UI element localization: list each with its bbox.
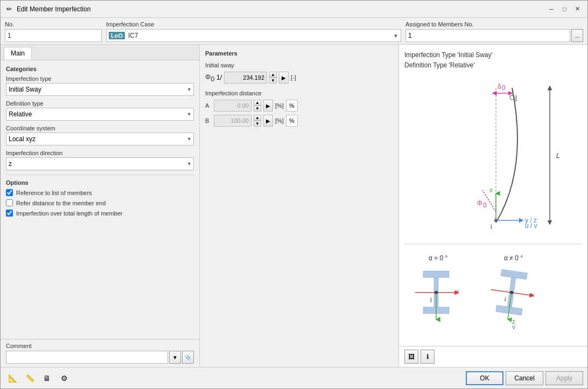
imp-type-group: Imperfection type Initial Sway [6, 75, 194, 96]
phi-arrow-button[interactable]: ▶ [279, 72, 289, 84]
imp-case-dropdown[interactable]: LoO IC7 ▼ [106, 29, 401, 42]
bottom-bar: 📐 📏 🖥 ⚙ OK Cancel Apply [1, 367, 587, 388]
right-panel: Imperfection Type 'Initial Sway' Definit… [399, 45, 587, 367]
dir-group: Imperfection direction z [6, 150, 194, 170]
imp-type-label: Imperfection type [6, 75, 194, 82]
dir-select-wrapper: z [6, 157, 194, 170]
dist-b-spin-up[interactable]: ▲ [254, 115, 261, 121]
left-panel: Main Categories Imperfection type Initia… [1, 45, 200, 367]
svg-text:i: i [504, 295, 507, 303]
def-type-select-wrapper: Relative [6, 108, 194, 121]
cb1-checkbox[interactable] [6, 189, 13, 196]
settings-icon-button[interactable]: ⚙ [57, 371, 72, 386]
comment-dropdown-button[interactable]: ▼ [169, 351, 181, 364]
window-controls: ─ □ ✕ [545, 3, 583, 15]
dist-a-arrow-button[interactable]: ▶ [263, 100, 273, 112]
dist-b-unit: [%] [275, 117, 284, 124]
coord-select-wrapper: Local xyz [6, 133, 194, 145]
phi-spin-down[interactable]: ▼ [269, 78, 277, 84]
cb3-label: Imperfection over total length of member [16, 210, 122, 217]
dist-a-spin-up[interactable]: ▲ [254, 100, 261, 106]
dist-a-spin-buttons: ▲ ▼ [254, 100, 261, 112]
phi-row: Φ0 1/ ▲ ▼ ▶ [-] [205, 72, 393, 84]
cb3-row: Imperfection over total length of member [6, 210, 194, 217]
diagram-bottom: 🖼 ℹ [399, 346, 587, 367]
dir-label: Imperfection direction [6, 150, 194, 156]
phi-spin-up[interactable]: ▲ [269, 72, 277, 78]
window-title: Edit Member Imperfection [17, 5, 545, 13]
dist-a-row: A ▲ ▼ ▶ [%] % [205, 100, 393, 112]
dist-a-spin-down[interactable]: ▼ [254, 106, 261, 112]
coord-label: Coordinate system [6, 125, 194, 131]
loo-badge: LoO [109, 32, 125, 39]
initial-sway-label: Initial sway [205, 62, 393, 68]
minimize-button[interactable]: ─ [545, 3, 557, 15]
params-title: Parameters [205, 50, 393, 57]
def-type-select[interactable]: Relative [6, 108, 194, 121]
dir-select[interactable]: z [6, 157, 194, 170]
dist-a-percent-button[interactable]: % [286, 100, 298, 112]
svg-text:j: j [515, 94, 517, 101]
svg-text:α = 0 °: α = 0 ° [429, 254, 448, 262]
ok-button[interactable]: OK [466, 371, 503, 385]
diagram-export-button[interactable]: 🖼 [404, 350, 418, 364]
middle-panel: Parameters Initial sway Φ0 1/ ▲ ▼ ▶ [-] … [200, 45, 399, 367]
imp-case-value: IC7 [128, 32, 138, 39]
dist-b-arrow-button[interactable]: ▶ [263, 115, 273, 127]
cb1-label: Reference to list of members [16, 190, 92, 196]
imp-case-arrow-icon: ▼ [393, 33, 398, 39]
dist-a-input[interactable] [214, 100, 251, 112]
comment-label: Comment [6, 343, 194, 349]
assigned-label: Assigned to Members No. [405, 21, 583, 27]
display-icon-button[interactable]: 🖥 [39, 371, 54, 386]
measure-icon-button[interactable]: 📏 [22, 371, 37, 386]
phi-spin-buttons: ▲ ▼ [269, 72, 277, 84]
phi-value-input[interactable] [224, 72, 267, 84]
coord-select[interactable]: Local xyz [6, 133, 194, 145]
cb2-label: Refer distance to the member end [16, 200, 106, 206]
assigned-input-row: ... [405, 29, 583, 42]
no-label: No. [5, 21, 102, 27]
cb2-checkbox[interactable] [6, 199, 13, 206]
close-button[interactable]: ✕ [571, 3, 583, 15]
slash-label: 1/ [216, 74, 222, 81]
tab-main[interactable]: Main [4, 47, 32, 60]
svg-text:L: L [556, 152, 560, 159]
assigned-input[interactable] [405, 29, 570, 42]
def-type-group: Definition type Relative [6, 100, 194, 121]
svg-text:0: 0 [502, 84, 506, 92]
svg-text:i: i [491, 223, 492, 231]
main-content: Main Categories Imperfection type Initia… [1, 45, 587, 367]
coord-group: Coordinate system Local xyz [6, 125, 194, 145]
svg-text:α ≠ 0 °: α ≠ 0 ° [504, 254, 523, 262]
ruler-icon-button[interactable]: 📐 [5, 371, 20, 386]
comment-input[interactable] [6, 351, 168, 364]
imp-type-select-wrapper: Initial Sway [6, 83, 194, 96]
divider [6, 175, 194, 175]
comment-input-row: ▼ 📎 [6, 351, 194, 364]
dist-b-percent-button[interactable]: % [286, 115, 298, 127]
maximize-button[interactable]: □ [558, 3, 570, 15]
dist-a-unit: [%] [275, 102, 284, 109]
comment-attach-button[interactable]: 📎 [182, 351, 194, 364]
comment-section: Comment ▼ 📎 [1, 339, 199, 367]
def-type-label: Definition type [6, 100, 194, 107]
diagram-svg: L Φ 0 δ 0 j [399, 61, 587, 346]
dist-b-spin-down[interactable]: ▼ [254, 121, 261, 127]
no-field: No. 1 [5, 21, 102, 42]
imp-type-select[interactable]: Initial Sway [6, 83, 194, 96]
dist-b-input[interactable] [214, 115, 251, 127]
cb3-checkbox[interactable] [6, 210, 13, 217]
phi-symbol: Φ0 [205, 73, 214, 83]
title-bar: ✏ Edit Member Imperfection ─ □ ✕ [1, 1, 587, 18]
dist-b-row: B ▲ ▼ ▶ [%] % [205, 115, 393, 127]
cb2-row: Refer distance to the member end [6, 199, 194, 206]
left-content: Categories Imperfection type Initial Swa… [1, 60, 199, 339]
categories-title: Categories [6, 66, 194, 72]
no-input: 1 [5, 29, 102, 42]
cancel-button[interactable]: Cancel [506, 371, 543, 385]
diagram-info-button[interactable]: ℹ [421, 350, 435, 364]
svg-text:i: i [430, 296, 432, 304]
assigned-pick-button[interactable]: ... [571, 29, 583, 42]
tab-bar: Main [1, 45, 199, 60]
